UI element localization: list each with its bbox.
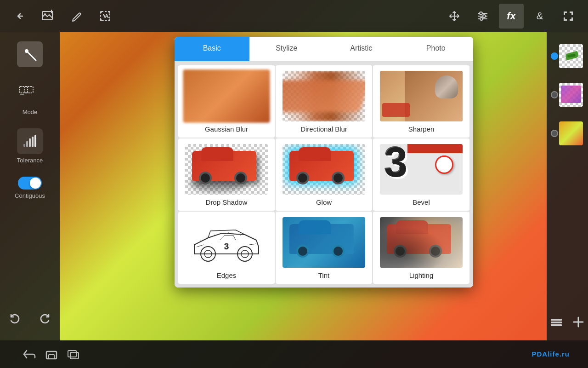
layer-1-thumb	[559, 44, 583, 68]
left-sidebar: Mode Tolerance Contiguous	[0, 32, 60, 340]
add-layer-button[interactable]	[569, 313, 588, 331]
tab-stylize[interactable]: Stylize	[249, 37, 324, 61]
bevel-thumb: 3	[380, 144, 463, 195]
draw-button[interactable]	[64, 4, 89, 29]
sharpen-label: Sharpen	[408, 125, 435, 133]
svg-rect-32	[68, 351, 76, 357]
directional-blur-label: Directional Blur	[300, 125, 347, 133]
contiguous-toggle[interactable]	[18, 177, 42, 190]
layer-1[interactable]	[551, 40, 584, 73]
nav-recents-button[interactable]	[62, 343, 85, 365]
tolerance-label: Tolerance	[17, 157, 43, 164]
drop-shadow-thumb	[185, 144, 268, 195]
gaussian-blur-label: Gaussian Blur	[205, 125, 248, 133]
fx-button[interactable]: fx	[499, 4, 524, 29]
sharpen-thumb	[380, 71, 463, 121]
fx-drop-shadow[interactable]: Drop Shadow	[178, 138, 275, 211]
right-sidebar	[547, 32, 588, 340]
svg-point-5	[100, 19, 102, 21]
undo-button[interactable]	[2, 306, 27, 331]
tolerance-tool[interactable]: Tolerance	[17, 128, 43, 164]
layer-3-thumb	[559, 121, 583, 145]
fx-label: fx	[507, 10, 516, 22]
layer-3-radio	[551, 130, 558, 137]
move-button[interactable]	[442, 4, 467, 29]
svg-line-14	[28, 52, 36, 60]
tint-thumb	[283, 217, 365, 268]
fx-edges[interactable]: 3 Edges	[178, 212, 275, 284]
svg-rect-21	[34, 135, 36, 147]
fx-tabs: Basic Stylize Artistic Photo	[175, 37, 473, 62]
redo-button[interactable]	[33, 306, 57, 331]
svg-point-10	[480, 12, 482, 15]
mode-tool[interactable]: Mode	[17, 80, 43, 115]
fx-gaussian-blur[interactable]: Gaussian Blur	[178, 65, 275, 138]
fx-tint[interactable]: Tint	[276, 212, 372, 284]
back-button[interactable]	[7, 4, 32, 29]
drop-shadow-label: Drop Shadow	[206, 198, 248, 206]
svg-point-12	[480, 17, 483, 20]
undo-redo-row	[2, 306, 57, 331]
top-toolbar: fx &	[0, 0, 588, 32]
layer-2-radio	[551, 91, 558, 98]
brand-logo: PDAlife.ru	[531, 350, 570, 358]
adjustments-button[interactable]	[470, 4, 495, 29]
bottom-toolbar: PDAlife.ru	[0, 340, 588, 368]
wand-tool[interactable]	[17, 41, 43, 67]
svg-text:3: 3	[224, 242, 229, 251]
fx-glow[interactable]: Glow	[276, 138, 372, 211]
svg-rect-24	[551, 324, 562, 326]
glow-label: Glow	[316, 198, 332, 206]
glow-thumb	[283, 144, 365, 195]
layer-3[interactable]	[551, 117, 584, 150]
svg-point-1	[44, 13, 46, 15]
fx-directional-blur[interactable]: Directional Blur	[276, 65, 372, 138]
svg-point-6	[108, 19, 110, 21]
bevel-label: Bevel	[413, 198, 430, 206]
lighting-thumb	[380, 217, 463, 268]
svg-rect-22	[551, 319, 562, 321]
right-bottom-icons	[547, 313, 588, 333]
fullscreen-button[interactable]	[556, 4, 581, 29]
svg-rect-15	[19, 86, 28, 93]
new-image-button[interactable]	[36, 4, 61, 29]
svg-rect-33	[70, 352, 79, 359]
contiguous-toggle-container: Contiguous	[15, 177, 45, 199]
edges-label: Edges	[217, 271, 237, 279]
fx-modal: Basic Stylize Artistic Photo Gaussian Bl…	[175, 37, 473, 288]
layer-1-radio	[551, 52, 558, 60]
svg-rect-20	[32, 137, 34, 147]
gaussian-blur-thumb	[183, 69, 270, 123]
fx-sharpen[interactable]: Sharpen	[373, 65, 469, 138]
svg-rect-23	[551, 322, 562, 323]
tint-label: Tint	[318, 271, 329, 279]
tab-artistic[interactable]: Artistic	[324, 37, 399, 61]
tab-photo[interactable]: Photo	[399, 37, 474, 61]
layer-2-thumb	[559, 83, 583, 107]
layer-2[interactable]	[551, 78, 584, 111]
toggle-knob	[30, 178, 41, 189]
svg-rect-19	[29, 138, 31, 147]
combine-icon: &	[537, 10, 543, 22]
nav-home-button[interactable]	[40, 343, 62, 365]
edges-thumb: 3	[185, 217, 268, 268]
combine-button[interactable]: &	[527, 4, 552, 29]
contiguous-label: Contiguous	[15, 192, 45, 199]
mode-label: Mode	[23, 109, 38, 115]
svg-rect-31	[49, 355, 54, 359]
fx-bevel[interactable]: 3 Bevel	[373, 138, 469, 211]
fx-grid: Gaussian Blur Directional Blur Sharpen	[175, 62, 473, 288]
nav-back-button[interactable]	[18, 343, 40, 365]
layers-button[interactable]	[547, 313, 565, 331]
svg-rect-16	[25, 86, 33, 93]
tab-basic[interactable]: Basic	[175, 37, 249, 61]
fx-lighting[interactable]: Lighting	[373, 212, 469, 284]
directional-blur-thumb	[283, 71, 365, 121]
svg-point-4	[108, 11, 110, 13]
svg-rect-18	[26, 141, 28, 147]
selection-button[interactable]	[93, 4, 118, 29]
lighting-label: Lighting	[409, 271, 434, 279]
svg-point-11	[483, 15, 486, 17]
svg-point-3	[100, 11, 102, 13]
svg-rect-17	[23, 144, 25, 147]
